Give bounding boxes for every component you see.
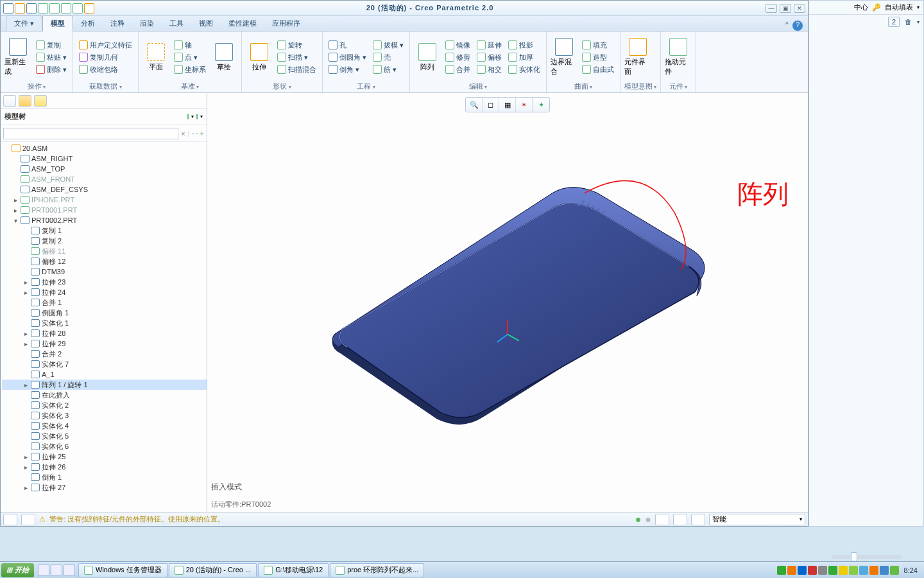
boundary-button[interactable]: 边界混合	[551, 34, 578, 80]
ql-ie-icon[interactable]	[38, 565, 49, 576]
tree-item[interactable]: ▸拉伸 27	[2, 482, 207, 493]
draft-button[interactable]: 拔模 ▾	[371, 40, 406, 51]
autofill-label[interactable]: 自动填表	[885, 3, 913, 12]
zoom-slider[interactable]	[832, 555, 902, 559]
tray-icon[interactable]	[849, 566, 858, 575]
tab-tools[interactable]: 工具	[162, 16, 191, 31]
solidify-button[interactable]: 实体化	[506, 64, 542, 75]
tree-item[interactable]: ASM_FRONT	[2, 174, 207, 184]
tray-icon[interactable]	[808, 566, 817, 575]
named-views-icon[interactable]: ✶	[516, 98, 533, 112]
tree-item[interactable]: 实体化 5	[2, 431, 207, 441]
regen-icon[interactable]	[61, 3, 71, 13]
trim-button[interactable]: 修剪	[443, 52, 472, 63]
tree-item[interactable]: 实体化 1	[2, 318, 207, 328]
tree-item[interactable]: 实体化 3	[2, 410, 207, 421]
fill-button[interactable]: 填充	[580, 40, 616, 51]
sketch-button[interactable]: 草绘	[210, 34, 237, 80]
status-icon-2[interactable]	[21, 514, 35, 525]
shell-button[interactable]: 壳	[371, 52, 406, 63]
pattern-button[interactable]: 阵列	[414, 34, 441, 80]
tree-item[interactable]: ASM_RIGHT	[2, 153, 207, 164]
tree-item[interactable]: ▸拉伸 28	[2, 328, 207, 338]
tree-item[interactable]: ▸拉伸 29	[2, 338, 207, 349]
win-close[interactable]: ✕	[794, 4, 805, 13]
blend-button[interactable]: 扫描混合	[275, 64, 318, 75]
tree-item[interactable]: 偏移 11	[2, 246, 207, 256]
tray-icon[interactable]	[818, 566, 827, 575]
zoom-box-icon[interactable]: ◻	[483, 98, 499, 112]
taskbar-task[interactable]: G:\移动电源\12	[258, 563, 329, 577]
delete-button[interactable]: 删除 ▾	[34, 64, 69, 75]
tree-root[interactable]: 20.ASM	[2, 143, 207, 153]
tree-item[interactable]: ▸拉伸 26	[2, 462, 207, 472]
tray-icon[interactable]	[880, 566, 889, 575]
help-icon[interactable]: ?	[792, 21, 803, 31]
tree-item[interactable]: ▸拉伸 25	[2, 451, 207, 462]
axis-button[interactable]: 轴	[172, 40, 208, 51]
graphics-viewport[interactable]: 🔍 ◻ ▦ ✶ ✦	[207, 93, 808, 512]
selection-filter-icon-2[interactable]	[691, 514, 705, 525]
filter-icon[interactable]	[196, 133, 198, 134]
tray-icon[interactable]	[859, 566, 868, 575]
clock[interactable]: 8:24	[900, 566, 921, 574]
revolve-button[interactable]: 旋转	[275, 40, 318, 51]
save-icon[interactable]	[26, 3, 37, 13]
tree-item[interactable]: ASM_DEF_CSYS	[2, 184, 207, 195]
tab-model[interactable]: 模型	[42, 15, 73, 31]
tab-apps[interactable]: 应用程序	[264, 16, 308, 31]
drag-comp-button[interactable]: 拖动元件	[665, 34, 692, 80]
udf-button[interactable]: 用户定义特征	[77, 40, 134, 51]
tree-item[interactable]: 实体化 6	[2, 441, 207, 451]
tree-tab-3[interactable]	[34, 95, 47, 107]
center-label[interactable]: 中心	[854, 3, 868, 12]
tree-item[interactable]: ASM_TOP	[2, 164, 207, 174]
extend-button[interactable]: 延伸	[475, 40, 504, 51]
round-button[interactable]: 倒圆角 ▾	[327, 52, 368, 63]
tray-icon[interactable]	[828, 566, 837, 575]
tree-tab-2[interactable]	[19, 95, 31, 107]
tab-view[interactable]: 视图	[191, 16, 221, 31]
tree-item[interactable]: ▸阵列 1 / 旋转 1	[2, 380, 207, 390]
taskbar-task[interactable]: 20 (活动的) - Creo ...	[169, 563, 257, 577]
regen-button[interactable]: 重新生成	[4, 34, 31, 80]
tab-badge[interactable]: 2	[888, 17, 900, 27]
rib-button[interactable]: 筋 ▾	[371, 64, 406, 75]
taskbar-task[interactable]: proe 环形阵列不起来...	[330, 563, 424, 577]
tray-icon[interactable]	[777, 566, 786, 575]
offset-button[interactable]: 偏移	[475, 52, 504, 63]
merge-button[interactable]: 合并	[443, 64, 472, 75]
trash-icon[interactable]: 🗑	[905, 18, 912, 26]
tree-item[interactable]: ▸IPHONE.PRT	[2, 195, 207, 205]
tree-item[interactable]: ▸拉伸 23	[2, 277, 207, 287]
tree-item[interactable]: A_1	[2, 369, 207, 380]
comp-iface-button[interactable]: 元件界面	[624, 34, 651, 80]
new-icon[interactable]	[3, 3, 13, 13]
tray-icon[interactable]	[869, 566, 878, 575]
paste-button[interactable]: 粘贴 ▾	[34, 52, 69, 63]
tree-item[interactable]: 倒圆角 1	[2, 308, 207, 318]
tree-list[interactable]: 20.ASMASM_RIGHTASM_TOPASM_FRONTASM_DEF_C…	[1, 142, 207, 512]
close-win-icon[interactable]	[84, 3, 94, 13]
style-button[interactable]: 造型	[580, 52, 616, 63]
chamfer-button[interactable]: 倒角 ▾	[327, 64, 368, 75]
csys-button[interactable]: 坐标系	[172, 64, 208, 75]
tree-search-input[interactable]	[3, 128, 178, 139]
clear-icon[interactable]: ×	[181, 130, 185, 137]
tree-settings-icon[interactable]	[187, 114, 189, 119]
tab-annotate[interactable]: 注释	[103, 16, 132, 31]
selection-filter-combo[interactable]: 智能▾	[709, 514, 805, 525]
tree-item[interactable]: 在此插入	[2, 390, 207, 400]
tree-item[interactable]: 实体化 4	[2, 421, 207, 431]
tray-icon[interactable]	[798, 566, 807, 575]
tree-item[interactable]: 实体化 2	[2, 400, 207, 410]
win-restore[interactable]: ▣	[780, 4, 791, 13]
find-icon[interactable]	[193, 133, 194, 134]
thicken-button[interactable]: 加厚	[506, 52, 542, 63]
tree-item[interactable]: 合并 2	[2, 349, 207, 359]
tab-analysis[interactable]: 分析	[73, 16, 103, 31]
tree-tab-1[interactable]	[3, 95, 16, 107]
datum-display-icon[interactable]: ✦	[533, 98, 549, 112]
refit-icon[interactable]: 🔍	[466, 98, 483, 112]
ql-player-icon[interactable]	[64, 565, 75, 576]
